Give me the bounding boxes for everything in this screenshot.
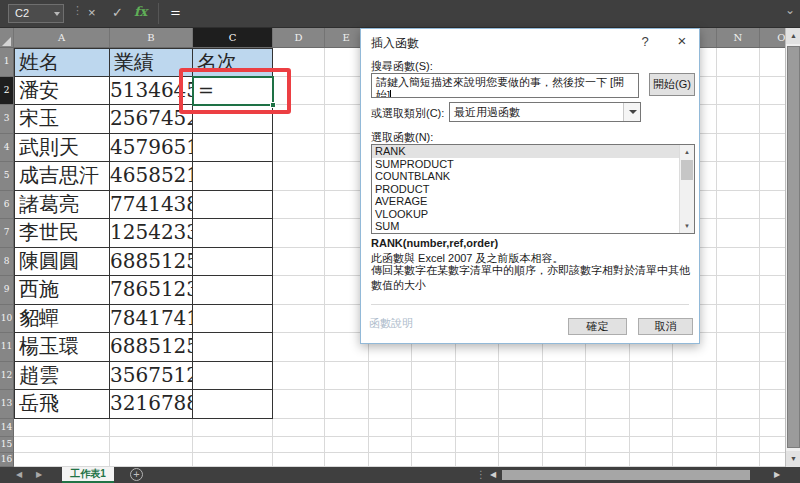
row-header-11[interactable]: 11: [0, 333, 14, 362]
row-header-9[interactable]: 9: [0, 276, 14, 305]
cell-A16[interactable]: [14, 453, 110, 468]
cell-C9[interactable]: [193, 276, 273, 305]
formula-input[interactable]: =: [170, 5, 181, 20]
cell-O15[interactable]: [760, 437, 785, 453]
cell-N15[interactable]: [717, 437, 761, 453]
cell-A6[interactable]: 諸葛亮: [14, 191, 110, 220]
cell-F16[interactable]: [369, 453, 413, 468]
insert-function-icon[interactable]: fx: [134, 4, 147, 19]
vertical-scrollbar-thumb[interactable]: [787, 46, 800, 448]
cell-J15[interactable]: [543, 437, 587, 453]
cell-D10[interactable]: [273, 305, 325, 334]
cell-N12[interactable]: [717, 362, 761, 391]
scroll-up-icon[interactable]: ▲: [786, 28, 800, 44]
function-item-sum[interactable]: SUM: [372, 220, 694, 233]
cell-M12[interactable]: [673, 362, 717, 391]
cell-C7[interactable]: [193, 219, 273, 248]
cell-C13[interactable]: [193, 390, 273, 419]
cell-B15[interactable]: [110, 437, 193, 453]
row-header-12[interactable]: 12: [0, 362, 14, 391]
cell-E13[interactable]: [325, 390, 369, 419]
row-header-15[interactable]: 15: [0, 437, 14, 453]
cell-H14[interactable]: [456, 419, 500, 437]
cell-B7[interactable]: 1254233: [110, 219, 193, 248]
cell-O3[interactable]: [760, 105, 785, 134]
row-header-7[interactable]: 7: [0, 219, 14, 248]
row-header-16[interactable]: 16: [0, 453, 14, 468]
cell-O4[interactable]: [760, 134, 785, 163]
cell-D6[interactable]: [273, 191, 325, 220]
cell-O13[interactable]: [760, 390, 785, 419]
cell-O1[interactable]: [760, 48, 785, 77]
cell-D11[interactable]: [273, 333, 325, 362]
cell-C5[interactable]: [193, 162, 273, 191]
expand-formula-bar-icon[interactable]: ⌄: [785, 3, 795, 17]
cell-A3[interactable]: 宋玉: [14, 105, 110, 134]
row-header-2[interactable]: 2: [0, 77, 14, 106]
function-listbox[interactable]: RANKSUMPRODUCTCOUNTBLANKPRODUCTAVERAGEVL…: [371, 144, 695, 234]
cell-L13[interactable]: [630, 390, 674, 419]
cell-O9[interactable]: [760, 276, 785, 305]
row-header-3[interactable]: 3: [0, 105, 14, 134]
cell-C14[interactable]: [193, 419, 273, 437]
cell-I14[interactable]: [499, 419, 543, 437]
cell-E12[interactable]: [325, 362, 369, 391]
cell-I16[interactable]: [499, 453, 543, 468]
cancel-button[interactable]: 取消: [638, 318, 693, 335]
function-item-vlookup[interactable]: VLOOKUP: [372, 208, 694, 221]
cell-D12[interactable]: [273, 362, 325, 391]
cell-N8[interactable]: [717, 248, 761, 277]
vertical-scrollbar[interactable]: ▲ ▼: [785, 28, 800, 467]
cell-K15[interactable]: [586, 437, 630, 453]
cell-B16[interactable]: [110, 453, 193, 468]
name-box[interactable]: C2: [8, 4, 64, 23]
cell-C11[interactable]: [193, 333, 273, 362]
cell-D5[interactable]: [273, 162, 325, 191]
cell-L12[interactable]: [630, 362, 674, 391]
cell-H12[interactable]: [456, 362, 500, 391]
cell-B9[interactable]: 7865123: [110, 276, 193, 305]
listbox-scroll-up-icon[interactable]: ▲: [680, 145, 694, 159]
cell-H16[interactable]: [456, 453, 500, 468]
row-header-10[interactable]: 10: [0, 305, 14, 334]
cell-J12[interactable]: [543, 362, 587, 391]
column-header-A[interactable]: A: [14, 28, 110, 48]
cell-C16[interactable]: [193, 453, 273, 468]
cell-M16[interactable]: [673, 453, 717, 468]
cell-D9[interactable]: [273, 276, 325, 305]
cell-J14[interactable]: [543, 419, 587, 437]
function-item-rank[interactable]: RANK: [372, 145, 694, 158]
cell-N9[interactable]: [717, 276, 761, 305]
column-header-D[interactable]: D: [273, 28, 325, 48]
cell-N7[interactable]: [717, 219, 761, 248]
cell-M13[interactable]: [673, 390, 717, 419]
row-header-8[interactable]: 8: [0, 248, 14, 277]
confirm-entry-icon[interactable]: ✓: [112, 5, 123, 20]
row-header-4[interactable]: 4: [0, 134, 14, 163]
cell-K16[interactable]: [586, 453, 630, 468]
cell-H15[interactable]: [456, 437, 500, 453]
cell-O2[interactable]: [760, 77, 785, 106]
row-header-5[interactable]: 5: [0, 162, 14, 191]
next-sheet-icon[interactable]: ▶: [36, 467, 42, 483]
name-box-dropdown-icon[interactable]: [54, 12, 60, 16]
cell-B8[interactable]: 6885125: [110, 248, 193, 277]
cell-N14[interactable]: [717, 419, 761, 437]
row-header-13[interactable]: 13: [0, 390, 14, 419]
function-item-average[interactable]: AVERAGE: [372, 195, 694, 208]
cell-G12[interactable]: [412, 362, 456, 391]
cell-J16[interactable]: [543, 453, 587, 468]
cell-C10[interactable]: [193, 305, 273, 334]
cell-A1[interactable]: 姓名: [14, 48, 110, 77]
cell-A14[interactable]: [14, 419, 110, 437]
cell-C4[interactable]: [193, 134, 273, 163]
listbox-scrollbar[interactable]: ▲ ▼: [679, 145, 694, 233]
cell-A4[interactable]: 武則天: [14, 134, 110, 163]
cell-F13[interactable]: [369, 390, 413, 419]
hscroll-left-icon[interactable]: ◀: [490, 467, 496, 483]
cell-C15[interactable]: [193, 437, 273, 453]
cancel-entry-icon[interactable]: ×: [88, 5, 96, 20]
function-item-sumproduct[interactable]: SUMPRODUCT: [372, 158, 694, 171]
tab-scroll-splitter-icon[interactable]: ⋮: [476, 469, 486, 480]
cell-B13[interactable]: 3216788: [110, 390, 193, 419]
